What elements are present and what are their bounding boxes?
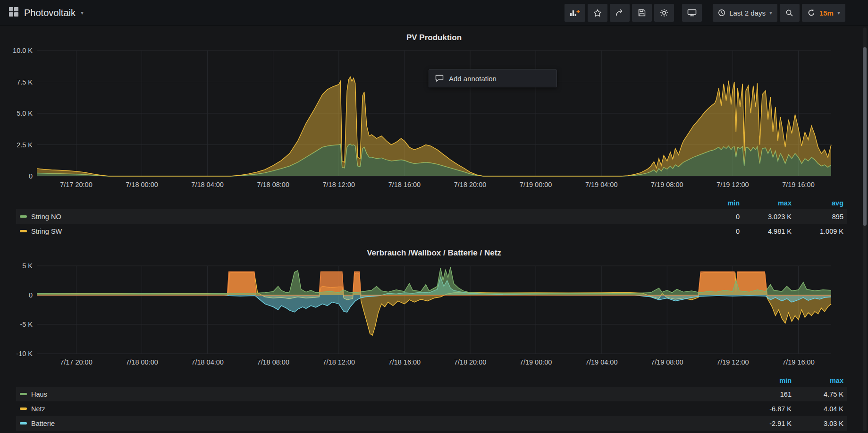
svg-text:5 K: 5 K xyxy=(22,262,33,270)
svg-text:7/19 12:00: 7/19 12:00 xyxy=(716,181,749,188)
panel-title[interactable]: PV Produktion xyxy=(0,26,868,46)
dashboard-title[interactable]: Photovoltaik xyxy=(24,8,76,18)
legend-row: String SW04.981 K1.009 K xyxy=(16,224,847,238)
share-button[interactable] xyxy=(610,4,630,22)
legend-series-name[interactable]: String SW xyxy=(31,228,62,235)
svg-text:7/19 08:00: 7/19 08:00 xyxy=(651,358,683,366)
navbar: Photovoltaik ▾ xyxy=(0,0,868,26)
svg-text:7/18 00:00: 7/18 00:00 xyxy=(126,181,158,188)
legend-value: 0 xyxy=(688,213,740,221)
legend-row: Netz-6.87 K4.04 K xyxy=(16,401,847,416)
svg-text:7/18 16:00: 7/18 16:00 xyxy=(388,358,421,366)
svg-text:7/18 12:00: 7/18 12:00 xyxy=(323,181,355,188)
add-panel-button[interactable] xyxy=(565,4,585,22)
verbrauch-chart[interactable]: 7/17 20:007/18 00:007/18 04:007/18 08:00… xyxy=(4,261,848,373)
svg-text:-10 K: -10 K xyxy=(16,350,33,357)
legend-value: -2.91 K xyxy=(740,420,792,427)
refresh-icon xyxy=(807,8,816,17)
svg-text:7/19 08:00: 7/19 08:00 xyxy=(651,181,683,188)
add-annotation-label: Add annotation xyxy=(449,75,497,83)
legend-value: 4.75 K xyxy=(792,391,843,398)
clock-icon xyxy=(718,9,725,17)
time-range-picker[interactable]: Last 2 days ▾ xyxy=(713,4,777,22)
vertical-scrollbar[interactable] xyxy=(863,27,867,431)
svg-text:7/17 20:00: 7/17 20:00 xyxy=(60,181,93,188)
svg-text:7/19 04:00: 7/19 04:00 xyxy=(585,181,618,188)
svg-text:7/19 16:00: 7/19 16:00 xyxy=(782,358,815,366)
svg-text:7/18 20:00: 7/18 20:00 xyxy=(454,181,487,188)
svg-text:7.5 K: 7.5 K xyxy=(17,78,33,86)
legend-swatch xyxy=(20,393,27,395)
legend-header-row: minmaxavg xyxy=(16,197,847,209)
legend-series-name[interactable]: Netz xyxy=(31,405,45,413)
settings-button[interactable] xyxy=(654,4,674,22)
gear-icon xyxy=(660,8,668,17)
pv-produktion-chart[interactable]: 7/17 20:007/18 00:007/18 04:007/18 08:00… xyxy=(4,46,848,195)
legend-series-name[interactable]: Haus xyxy=(31,391,47,398)
legend-series-name[interactable]: Batterie xyxy=(31,420,55,427)
legend-swatch xyxy=(20,422,27,425)
svg-text:7/18 00:00: 7/18 00:00 xyxy=(126,358,158,366)
legend-value: 1.009 K xyxy=(792,228,843,235)
scrollbar-thumb[interactable] xyxy=(863,47,867,226)
svg-text:10.0 K: 10.0 K xyxy=(13,47,33,54)
svg-text:7/19 00:00: 7/19 00:00 xyxy=(520,181,552,188)
svg-text:7/19 16:00: 7/19 16:00 xyxy=(782,181,815,188)
save-icon xyxy=(638,9,646,17)
panel-pv-produktion: PV Produktion 7/17 20:007/18 00:007/18 0… xyxy=(0,26,868,238)
svg-text:2.5 K: 2.5 K xyxy=(17,141,33,149)
legend-value: 3.03 K xyxy=(792,420,843,427)
legend-value: -6.87 K xyxy=(740,405,792,413)
legend-swatch xyxy=(20,215,27,218)
svg-text:7/18 08:00: 7/18 08:00 xyxy=(257,358,289,366)
svg-text:7/18 04:00: 7/18 04:00 xyxy=(191,181,224,188)
legend-header-row: minmax xyxy=(16,374,847,387)
chevron-down-icon[interactable]: ▾ xyxy=(81,10,84,16)
legend-verbrauch: minmaxHaus1614.75 KNetz-6.87 K4.04 KBatt… xyxy=(16,374,847,431)
svg-text:7/17 20:00: 7/17 20:00 xyxy=(60,358,93,366)
tv-mode-button[interactable] xyxy=(682,4,702,22)
legend-col-min[interactable]: min xyxy=(688,199,740,207)
zoom-out-button[interactable] xyxy=(780,4,800,22)
legend-swatch xyxy=(20,408,27,410)
bar-chart-plus-icon xyxy=(570,9,580,17)
legend-value: 0 xyxy=(688,228,740,235)
monitor-icon xyxy=(687,9,697,17)
add-annotation-menu-item[interactable]: Add annotation xyxy=(429,69,557,87)
svg-text:7/19 12:00: 7/19 12:00 xyxy=(716,358,749,366)
save-button[interactable] xyxy=(632,4,652,22)
legend-row: String NO03.023 K895 xyxy=(16,209,847,224)
legend-value: 4.981 K xyxy=(740,228,792,235)
legend-col-min[interactable]: min xyxy=(740,377,792,384)
dashboard: PV Produktion 7/17 20:007/18 00:007/18 0… xyxy=(0,26,868,431)
svg-text:-5 K: -5 K xyxy=(20,321,33,328)
svg-text:5.0 K: 5.0 K xyxy=(17,110,33,117)
legend-series-name[interactable]: String NO xyxy=(31,213,61,221)
svg-text:7/18 08:00: 7/18 08:00 xyxy=(257,181,289,188)
legend-row: Batterie-2.91 K3.03 K xyxy=(16,416,847,431)
legend-col-avg[interactable]: avg xyxy=(792,199,843,207)
legend-value: 3.023 K xyxy=(740,213,792,221)
legend-value: 161 xyxy=(740,391,792,398)
svg-text:7/19 04:00: 7/19 04:00 xyxy=(585,358,618,366)
refresh-interval-label[interactable]: 15m xyxy=(819,9,834,17)
apps-grid-icon[interactable] xyxy=(8,7,19,19)
svg-text:0: 0 xyxy=(29,291,33,299)
annotation-bubble-icon xyxy=(435,75,444,82)
legend-value: 4.04 K xyxy=(792,405,843,413)
star-button[interactable] xyxy=(588,4,607,22)
legend-swatch xyxy=(20,230,27,232)
chevron-down-icon: ▾ xyxy=(837,10,840,16)
svg-text:7/18 04:00: 7/18 04:00 xyxy=(191,358,224,366)
legend-row: Haus1614.75 K xyxy=(16,387,847,401)
refresh-button[interactable]: 15m ▾ xyxy=(802,4,845,22)
svg-text:7/18 16:00: 7/18 16:00 xyxy=(388,181,421,188)
time-range-label: Last 2 days xyxy=(729,9,766,17)
legend-col-max[interactable]: max xyxy=(740,199,792,207)
legend-pv-produktion: minmaxavgString NO03.023 K895String SW04… xyxy=(16,197,847,238)
panel-verbrauch: Verbrauch /Wallbox / Batterie / Netz 7/1… xyxy=(0,241,868,431)
legend-col-max[interactable]: max xyxy=(792,377,843,384)
panel-title[interactable]: Verbrauch /Wallbox / Batterie / Netz xyxy=(0,241,868,261)
svg-text:7/18 12:00: 7/18 12:00 xyxy=(323,358,355,366)
svg-text:0: 0 xyxy=(29,172,33,180)
